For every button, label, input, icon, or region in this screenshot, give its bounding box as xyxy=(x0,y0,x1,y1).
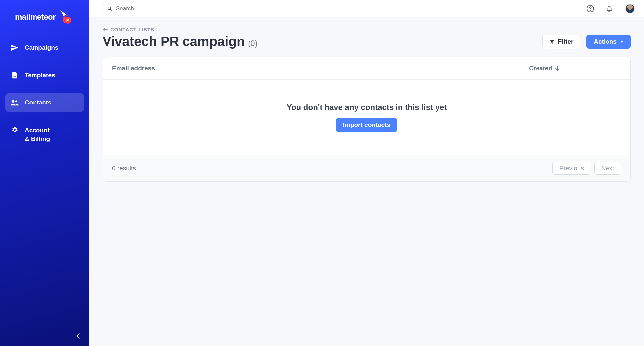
sidebar-item-templates[interactable]: Templates xyxy=(5,66,84,85)
filter-button[interactable]: Filter xyxy=(542,35,580,49)
filter-button-label: Filter xyxy=(558,38,573,45)
main: CONTACT LISTS Vivatech PR campaign (0) F… xyxy=(89,0,644,346)
svg-point-9 xyxy=(590,10,591,11)
sidebar-item-account-billing[interactable]: Account & Billing xyxy=(5,120,84,149)
notifications-button[interactable] xyxy=(605,4,614,13)
page-title: Vivatech PR campaign (0) xyxy=(103,34,535,49)
avatar[interactable] xyxy=(625,4,635,13)
brand-logo[interactable]: mailmeteor M xyxy=(0,0,89,38)
arrow-left-icon xyxy=(103,27,108,32)
topbar xyxy=(89,0,644,17)
svg-point-4 xyxy=(12,100,14,103)
sidebar-item-campaigns[interactable]: Campaigns xyxy=(5,38,84,58)
sidebar-item-label: Account & Billing xyxy=(25,126,50,143)
actions-dropdown[interactable]: Actions xyxy=(586,35,631,49)
sidebar: mailmeteor M Campaigns Templates Contact… xyxy=(0,0,89,346)
sidebar-item-label: Contacts xyxy=(25,99,51,106)
page-header: CONTACT LISTS Vivatech PR campaign (0) F… xyxy=(89,17,644,57)
arrow-down-icon xyxy=(555,66,560,71)
caret-down-icon xyxy=(620,41,623,43)
meteor-icon: M xyxy=(59,9,74,25)
page-title-text: Vivatech PR campaign xyxy=(103,34,245,49)
search-icon xyxy=(107,6,112,11)
next-label: Next xyxy=(601,165,614,172)
brand-name: mailmeteor xyxy=(15,12,56,22)
results-count: 0 results xyxy=(112,165,136,172)
page-title-count: (0) xyxy=(248,39,257,48)
sidebar-item-contacts[interactable]: Contacts xyxy=(5,93,84,112)
svg-point-5 xyxy=(15,100,17,102)
previous-label: Previous xyxy=(559,165,584,172)
search-input[interactable] xyxy=(116,5,209,12)
empty-state: You don't have any contacts in this list… xyxy=(103,80,630,155)
help-button[interactable] xyxy=(586,4,595,13)
sidebar-item-label: Campaigns xyxy=(25,44,58,51)
breadcrumb-label: CONTACT LISTS xyxy=(110,27,154,32)
column-header-created[interactable]: Created xyxy=(529,65,621,72)
gear-icon xyxy=(11,126,19,133)
help-circle-icon xyxy=(586,5,594,13)
filter-icon xyxy=(549,39,555,44)
actions-button-label: Actions xyxy=(594,38,617,45)
collapse-sidebar-button[interactable] xyxy=(74,332,82,340)
table-header: Email address Created xyxy=(103,57,630,80)
svg-text:M: M xyxy=(66,18,70,22)
svg-line-7 xyxy=(110,9,111,10)
sidebar-nav: Campaigns Templates Contacts Account & B… xyxy=(0,38,89,149)
column-header-label: Email address xyxy=(112,65,155,72)
sidebar-item-label: Templates xyxy=(25,72,55,79)
svg-rect-2 xyxy=(13,75,16,75)
import-contacts-button[interactable]: Import contacts xyxy=(336,118,398,132)
search-box[interactable] xyxy=(103,3,214,14)
previous-page-button[interactable]: Previous xyxy=(552,162,591,175)
contacts-table-card: Email address Created You don't have any… xyxy=(103,57,631,182)
bell-icon xyxy=(606,5,613,12)
breadcrumb-back[interactable]: CONTACT LISTS xyxy=(103,27,535,32)
people-icon xyxy=(11,99,19,106)
svg-rect-3 xyxy=(13,76,16,77)
document-icon xyxy=(11,72,19,79)
column-header-email[interactable]: Email address xyxy=(112,65,529,72)
column-header-label: Created xyxy=(529,65,552,72)
import-contacts-label: Import contacts xyxy=(343,121,391,129)
send-icon xyxy=(11,44,19,52)
chevron-left-icon xyxy=(76,333,80,339)
table-footer: 0 results Previous Next xyxy=(103,155,630,181)
next-page-button[interactable]: Next xyxy=(594,162,621,175)
empty-state-title: You don't have any contacts in this list… xyxy=(287,103,447,112)
